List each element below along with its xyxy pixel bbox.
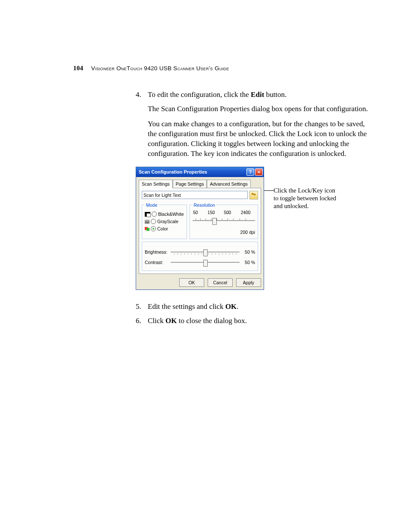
radio-gs[interactable]: [151, 219, 156, 224]
apply-button[interactable]: Apply: [236, 278, 261, 287]
resolution-value: 200 dpi: [193, 229, 255, 235]
scan-config-dialog: Scan Configuration Properties ? × Scan S…: [136, 167, 264, 290]
resolution-slider[interactable]: [193, 217, 255, 224]
tabs: Scan Settings Page Settings Advanced Set…: [136, 177, 264, 188]
tab-page-settings[interactable]: Page Settings: [173, 180, 207, 188]
step4-para1: The Scan Configuration Properties dialog…: [148, 104, 372, 114]
res-mark-2400: 2400: [241, 210, 250, 216]
page-header: 104 Visioneer OneTouch 9420 USB Scanner …: [73, 65, 372, 72]
ok-button[interactable]: OK: [179, 278, 204, 287]
brightness-label: Brightness:: [145, 249, 168, 255]
callout: Click the Lock/Key icon to toggle betwee…: [274, 187, 338, 210]
step-6: Click OK to close the dialog box.: [136, 316, 372, 326]
radio-bw[interactable]: [152, 212, 157, 217]
gs-icon: [145, 220, 149, 224]
step-4: To edit the configuration, click the Edi…: [136, 90, 372, 290]
contrast-slider[interactable]: [171, 258, 240, 266]
resolution-group: Resolution 50 150 500 2400: [190, 202, 258, 239]
step4-text: To edit the configuration, click the Edi…: [148, 90, 286, 99]
contrast-value: 50 %: [242, 259, 255, 265]
radio-cl[interactable]: [151, 226, 156, 231]
close-button[interactable]: ×: [255, 168, 263, 176]
mode-bw[interactable]: Black&White: [145, 211, 184, 217]
header-title: Visioneer OneTouch 9420 USB Scanner User…: [91, 65, 229, 72]
res-mark-50: 50: [193, 210, 198, 216]
tab-advanced-settings[interactable]: Advanced Settings: [207, 180, 251, 188]
dialog-title: Scan Configuration Properties: [139, 169, 207, 175]
cancel-button[interactable]: Cancel: [208, 278, 233, 287]
res-mark-500: 500: [224, 210, 231, 216]
contrast-label: Contrast:: [145, 259, 168, 265]
mode-cl[interactable]: Color: [145, 226, 184, 232]
callout-text: Click the Lock/Key icon to toggle betwee…: [274, 187, 336, 209]
bw-icon: [145, 212, 150, 217]
lock-key-icon[interactable]: [249, 191, 258, 199]
mode-group: Mode Black&White Gr: [142, 202, 187, 239]
cl-icon: [145, 227, 149, 231]
mode-gs[interactable]: GrayScale: [145, 218, 184, 224]
tab-scan-settings[interactable]: Scan Settings: [139, 180, 173, 188]
step-5: Edit the settings and click OK.: [136, 302, 372, 312]
page-number: 104: [73, 65, 83, 72]
step4-para2: You can make changes to a configuration,…: [148, 119, 372, 159]
dialog-titlebar[interactable]: Scan Configuration Properties ? ×: [136, 167, 264, 177]
res-mark-150: 150: [208, 210, 215, 216]
config-name-input[interactable]: [142, 191, 248, 199]
brightness-value: 50 %: [242, 249, 255, 255]
help-button[interactable]: ?: [246, 168, 254, 176]
brightness-slider[interactable]: [171, 248, 240, 256]
brightness-contrast-group: Brightness: 50 %: [142, 242, 258, 271]
resolution-legend: Resolution: [193, 202, 217, 208]
mode-legend: Mode: [145, 202, 159, 208]
